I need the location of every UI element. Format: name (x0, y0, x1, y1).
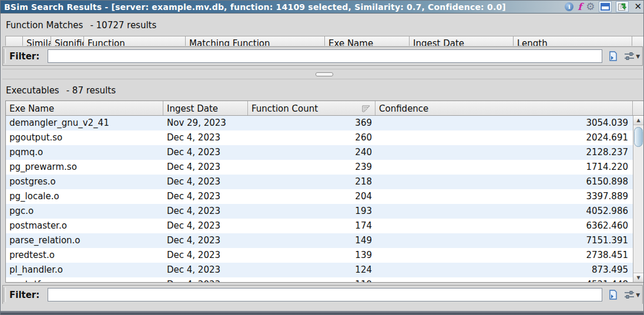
column-header[interactable]: Significance (51, 36, 84, 46)
function-matches-filter-bar: Filter: ▼ (2, 46, 643, 66)
panel-grip[interactable] (4, 287, 6, 302)
filter-document-arrow-icon[interactable] (608, 51, 619, 62)
table-cell: 2738.451 (375, 248, 633, 263)
sort-filter-icon[interactable] (362, 105, 370, 112)
table-cell: Dec 4, 2023 (163, 263, 248, 277)
table-cell: 193 (248, 204, 375, 219)
table-cell: Dec 4, 2023 (163, 219, 248, 233)
snapshot-button[interactable] (616, 1, 629, 12)
table-cell: 218 (248, 175, 375, 189)
column-header[interactable]: Length (514, 36, 632, 46)
table-row[interactable]: pg_prewarm.soDec 4, 20232391714.220 (6, 160, 633, 175)
table-row[interactable]: pg_locale.oDec 4, 20232043397.889 (6, 189, 633, 204)
scroll-down-button[interactable]: ▼ (633, 273, 643, 282)
bsim-search-results-window: BSim Search Results - [server: example.m… (0, 0, 644, 315)
info-icon[interactable]: i (565, 2, 573, 11)
table-cell: 3397.889 (375, 189, 633, 204)
table-cell: demangler_gnu_v2_41 (6, 116, 163, 130)
table-cell: postmaster.o (6, 219, 163, 233)
table-cell: 7151.391 (375, 233, 633, 248)
vertical-scrollbar[interactable]: ▲ ▼ (633, 116, 643, 282)
window-bottom-border (1, 311, 643, 314)
executables-filter-input[interactable] (48, 288, 602, 301)
table-cell: 2128.237 (375, 145, 633, 160)
table-cell: 1714.220 (375, 160, 633, 175)
filter-label: Filter: (9, 51, 39, 62)
table-row[interactable]: predtest.oDec 4, 20231392738.451 (6, 248, 633, 263)
splitter-handle[interactable] (316, 72, 333, 76)
column-header-ingest-date[interactable]: Ingest Date (163, 101, 248, 115)
filter-options-button[interactable]: ▼ (624, 290, 640, 299)
table-cell: 369 (248, 116, 375, 130)
table-cell: Dec 4, 2023 (163, 145, 248, 160)
table-cell: pgoutput.so (6, 130, 163, 145)
clipboard-snapshot-icon (618, 3, 627, 11)
scroll-up-button[interactable]: ▲ (633, 116, 643, 125)
function-matches-filter-input[interactable] (48, 49, 602, 63)
table-cell: 260 (248, 130, 375, 145)
close-icon[interactable]: ✕ (634, 2, 642, 11)
table-cell: 239 (248, 160, 375, 175)
filter-label: Filter: (9, 290, 39, 300)
table-cell: Nov 29, 2023 (163, 116, 248, 130)
table-cell: parse_relation.o (6, 233, 163, 248)
scrollbar-thumb[interactable] (634, 127, 643, 147)
executables-title: Executables- 87 results (6, 85, 116, 96)
filter-document-arrow-icon[interactable] (608, 289, 619, 300)
executables-filter-bar: Filter: ▼ (2, 285, 643, 304)
gear-icon[interactable]: ⚙ (586, 2, 595, 12)
table-cell: Dec 4, 2023 (163, 233, 248, 248)
table-cell: pgc.o (6, 204, 163, 219)
header-corner (632, 36, 644, 46)
table-cell: Dec 4, 2023 (163, 130, 248, 145)
window-layout-button[interactable] (599, 1, 612, 12)
column-header[interactable] (5, 36, 23, 46)
sliders-icon (624, 52, 635, 61)
table-cell: Dec 4, 2023 (163, 277, 248, 282)
table-row[interactable]: pl_handler.oDec 4, 2023124873.495 (6, 263, 633, 277)
table-cell: 873.495 (375, 263, 633, 277)
table-cell: Dec 4, 2023 (163, 204, 248, 219)
table-cell: 3054.039 (375, 116, 633, 130)
table-row[interactable]: postmaster.oDec 4, 20231746362.460 (6, 219, 633, 233)
executables-table: Exe Name Ingest Date Function Count Conf… (5, 100, 644, 283)
panel-grip[interactable] (4, 49, 6, 63)
table-cell: pg_locale.o (6, 189, 163, 204)
column-header[interactable]: Similarity (23, 36, 51, 46)
column-header-function-count[interactable]: Function Count (248, 101, 375, 115)
table-cell: 4052.986 (375, 204, 633, 219)
column-header[interactable]: Matching Function (186, 36, 325, 46)
table-cell: pl_handler.o (6, 263, 163, 277)
title-bar-icons: i f ⚙ ✕ (565, 1, 642, 13)
window-layout-icon (601, 3, 610, 11)
table-cell: 119 (248, 277, 375, 282)
table-row[interactable]: pgc.oDec 4, 20231934052.986 (6, 204, 633, 219)
table-cell: 174 (248, 219, 375, 233)
column-header[interactable]: Function (84, 36, 186, 46)
splitter[interactable] (2, 69, 643, 79)
function-matches-title: Function Matches- 10727 results (6, 20, 156, 31)
dropdown-caret-icon: ▼ (636, 292, 640, 298)
table-row[interactable]: pqmq.oDec 4, 20232402128.237 (6, 145, 633, 160)
table-cell: pgstatfuncs.o (6, 277, 163, 282)
column-header-confidence[interactable]: Confidence (375, 101, 633, 115)
dropdown-caret-icon: ▼ (636, 53, 640, 59)
column-header[interactable]: Exe Name (325, 36, 410, 46)
table-cell: postgres.o (6, 175, 163, 189)
title-bar[interactable]: BSim Search Results - [server: example.m… (1, 1, 643, 14)
table-row[interactable]: pgstatfuncs.oDec 4, 20231194521.448 (6, 277, 633, 282)
function-f-icon[interactable]: f (578, 2, 582, 12)
column-header-exe-name[interactable]: Exe Name (6, 101, 163, 115)
filter-options-button[interactable]: ▼ (624, 52, 640, 61)
table-cell: 2024.691 (375, 130, 633, 145)
sliders-icon (624, 290, 635, 299)
table-row[interactable]: demangler_gnu_v2_41Nov 29, 20233693054.0… (6, 116, 633, 130)
table-row[interactable]: postgres.oDec 4, 20232186150.898 (6, 175, 633, 189)
column-header[interactable]: Ingest Date (410, 36, 514, 46)
table-cell: Dec 4, 2023 (163, 175, 248, 189)
table-row[interactable]: pgoutput.soDec 4, 20232602024.691 (6, 130, 633, 145)
table-row[interactable]: parse_relation.oDec 4, 20231497151.391 (6, 233, 633, 248)
table-cell: 4521.448 (375, 277, 633, 282)
bottom-strip (1, 304, 643, 311)
executables-table-header: Exe Name Ingest Date Function Count Conf… (6, 101, 643, 116)
